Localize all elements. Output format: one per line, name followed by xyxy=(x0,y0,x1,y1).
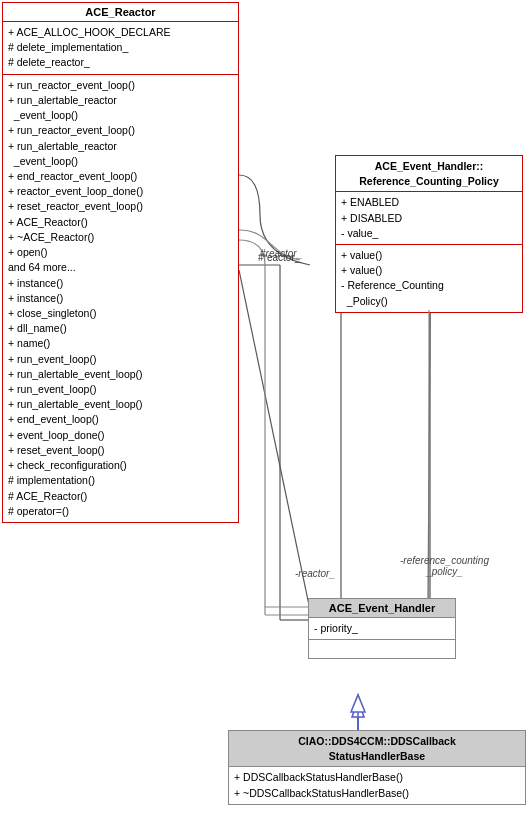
ace-event-handler-section2 xyxy=(309,640,455,658)
ace-reactor-section2: + run_reactor_event_loop() + run_alertab… xyxy=(3,75,238,522)
ace-reactor-field2: # delete_implementation_ xyxy=(8,40,233,55)
svg-marker-13 xyxy=(352,700,364,717)
ace-reactor-field3: # delete_reactor_ xyxy=(8,55,233,70)
dds-callback-title: CIAO::DDS4CCM::DDSCallbackStatusHandlerB… xyxy=(229,731,525,767)
ace-event-handler-policy-title: ACE_Event_Handler::Reference_Counting_Po… xyxy=(336,156,522,192)
ace-event-handler-policy-section1: + ENABLED + DISABLED - value_ xyxy=(336,192,522,245)
ace-reactor-field1: + ACE_ALLOC_HOOK_DECLARE xyxy=(8,25,233,40)
minus-reactor-label: -reactor_ xyxy=(295,568,335,579)
ace-event-handler-title: ACE_Event_Handler xyxy=(309,599,455,618)
ace-event-handler-policy-section2: + value() + value() - Reference_Counting… xyxy=(336,245,522,312)
hash-reactor-label: #reactor_ xyxy=(260,248,302,259)
reference-counting-label: -reference_counting_policy_ xyxy=(400,555,489,577)
ace-reactor-title: ACE_Reactor xyxy=(3,3,238,22)
svg-line-8 xyxy=(239,270,310,610)
dds-callback-section1: + DDSCallbackStatusHandlerBase() + ~DDSC… xyxy=(229,767,525,803)
ace-event-handler-section1: - priority_ xyxy=(309,618,455,640)
svg-marker-25 xyxy=(351,695,365,712)
end-reactor-event: + end_reactor_event_loop() xyxy=(8,169,233,184)
ace-reactor-section1: + ACE_ALLOC_HOOK_DECLARE # delete_implem… xyxy=(3,22,238,75)
ace-event-handler-policy-box: ACE_Event_Handler::Reference_Counting_Po… xyxy=(335,155,523,313)
svg-marker-7 xyxy=(352,695,364,710)
ace-reactor-box: ACE_Reactor + ACE_ALLOC_HOOK_DECLARE # d… xyxy=(2,2,239,523)
and-more-label: and 64 more... xyxy=(8,260,233,275)
diagram-container: ACE_Reactor + ACE_ALLOC_HOOK_DECLARE # d… xyxy=(0,0,531,840)
ace-event-handler-box: ACE_Event_Handler - priority_ xyxy=(308,598,456,659)
dds-callback-box: CIAO::DDS4CCM::DDSCallbackStatusHandlerB… xyxy=(228,730,526,805)
